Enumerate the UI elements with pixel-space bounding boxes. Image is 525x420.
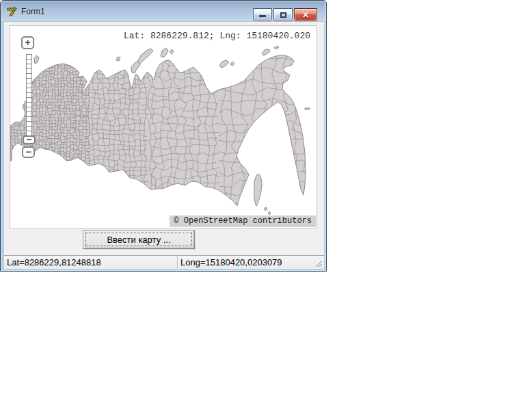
zoom-slider-track[interactable] <box>26 54 32 137</box>
status-lat-panel: Lat=8286229,81248818 <box>4 256 179 269</box>
form-client-area: Lat: 8286229.812; Lng: 15180420.020 + − … <box>4 21 324 269</box>
caption-buttons: ✕ <box>253 8 317 21</box>
cursor-coordinates-label: Lat: 8286229.812; Lng: 15180420.020 <box>124 31 310 41</box>
zoom-out-button[interactable]: − <box>22 146 35 158</box>
resize-grip[interactable] <box>314 259 323 268</box>
window-title: Form1 <box>21 7 45 16</box>
zoom-slider-thumb[interactable] <box>23 135 36 144</box>
status-long-panel: Long=15180420,0203079 <box>178 256 304 269</box>
enter-map-button-label: Ввести карту ... <box>85 233 192 246</box>
close-icon: ✕ <box>295 10 317 21</box>
enter-map-button[interactable]: Ввести карту ... <box>83 230 195 249</box>
maximize-icon <box>280 12 286 18</box>
osm-attribution: © OpenStreetMap contributors <box>170 215 316 227</box>
map-viewer[interactable]: Lat: 8286229.812; Lng: 15180420.020 + − … <box>10 25 317 229</box>
minimize-button[interactable] <box>253 8 272 21</box>
russia-map-image[interactable] <box>10 26 317 228</box>
zoom-in-button[interactable]: + <box>21 36 34 49</box>
maximize-button[interactable] <box>273 8 293 21</box>
status-bar: Lat=8286229,81248818 Long=15180420,02030… <box>4 255 324 269</box>
form1-window: Form1 ✕ <box>0 0 327 272</box>
title-bar[interactable]: Form1 ✕ <box>1 1 325 21</box>
close-button[interactable]: ✕ <box>294 8 317 21</box>
minimize-icon <box>259 15 266 17</box>
delphi-7-app-icon <box>7 6 18 17</box>
